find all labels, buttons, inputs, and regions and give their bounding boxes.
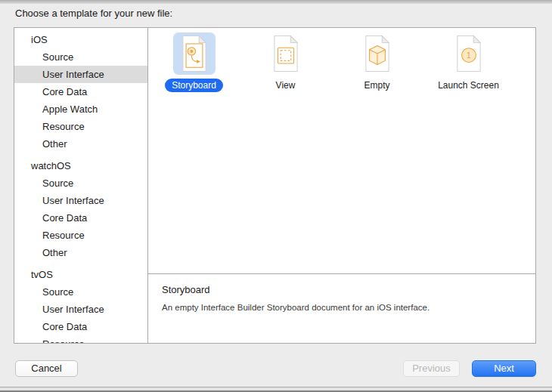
sidebar-item-tvos-user-interface[interactable]: User Interface (14, 301, 147, 318)
sidebar-group-ios[interactable]: iOS (14, 31, 147, 48)
sidebar-item-watchos-source[interactable]: Source (14, 174, 147, 192)
sidebar-item-ios-apple-watch[interactable]: Apple Watch (14, 100, 147, 118)
sidebar-group-watchos[interactable]: watchOS (14, 157, 147, 174)
window-bottom-edge (0, 387, 552, 392)
empty-document-icon (356, 32, 398, 75)
template-main-panel: StoryboardViewEmpty1Launch Screen Storyb… (148, 28, 535, 343)
template-chooser-panels: iOSSourceUser InterfaceCore DataApple Wa… (14, 27, 536, 344)
template-empty[interactable]: Empty (331, 32, 423, 92)
window-top-edge (0, 0, 552, 4)
next-button[interactable]: Next (472, 360, 536, 377)
template-grid: StoryboardViewEmpty1Launch Screen (148, 28, 535, 273)
sidebar-item-watchos-core-data[interactable]: Core Data (14, 209, 147, 227)
template-description-panel: Storyboard An empty Interface Builder St… (148, 273, 535, 343)
template-label-storyboard: Storyboard (165, 79, 223, 92)
sidebar-item-ios-resource[interactable]: Resource (14, 118, 147, 135)
new-file-template-dialog: Choose a template for your new file: iOS… (0, 0, 552, 392)
dialog-title: Choose a template for your new file: (15, 8, 172, 19)
sidebar-item-watchos-user-interface[interactable]: User Interface (14, 192, 147, 209)
sidebar-item-tvos-resource[interactable]: Resource (14, 335, 147, 343)
sidebar-item-ios-other[interactable]: Other (14, 135, 147, 153)
sidebar-item-watchos-resource[interactable]: Resource (14, 227, 147, 244)
template-storyboard[interactable]: Storyboard (148, 32, 240, 92)
sidebar: iOSSourceUser InterfaceCore DataApple Wa… (14, 28, 148, 343)
sidebar-item-tvos-core-data[interactable]: Core Data (14, 318, 147, 335)
sidebar-group-tvos[interactable]: tvOS (14, 266, 147, 283)
description-text: An empty Interface Builder Storyboard do… (162, 303, 522, 312)
sidebar-item-ios-source[interactable]: Source (14, 48, 147, 66)
previous-button[interactable]: Previous (403, 360, 460, 377)
template-label-empty: Empty (357, 79, 396, 92)
sidebar-item-ios-core-data[interactable]: Core Data (14, 83, 147, 100)
template-label-view: View (269, 79, 302, 92)
launch-screen-document-icon: 1 (448, 32, 490, 75)
svg-text:1: 1 (467, 51, 471, 60)
template-label-launch-screen: Launch Screen (431, 79, 506, 92)
storyboard-document-icon (173, 32, 216, 75)
sidebar-item-watchos-other[interactable]: Other (14, 244, 147, 261)
template-launch-screen[interactable]: 1Launch Screen (423, 32, 514, 92)
description-title: Storyboard (162, 284, 522, 295)
sidebar-item-ios-user-interface[interactable]: User Interface (14, 66, 147, 83)
template-view[interactable]: View (240, 32, 331, 92)
view-document-icon (265, 32, 307, 75)
cancel-button[interactable]: Cancel (15, 360, 78, 377)
sidebar-item-tvos-source[interactable]: Source (14, 283, 147, 301)
